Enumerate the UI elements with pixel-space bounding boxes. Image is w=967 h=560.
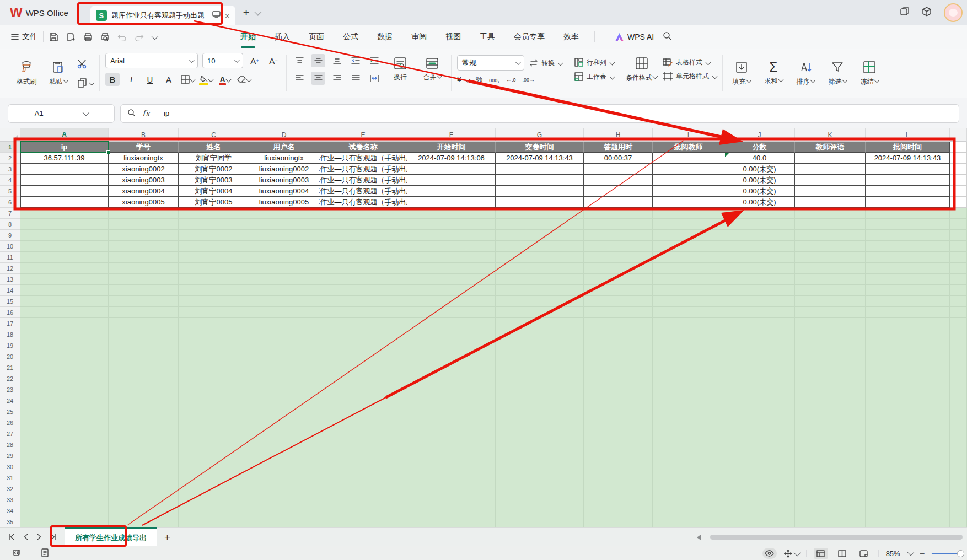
cell-E1[interactable]: 试卷名称 (319, 142, 407, 153)
cell-I2[interactable] (653, 153, 724, 164)
tab-list-chevron-icon[interactable] (255, 8, 260, 18)
row-header-17[interactable]: 17 (0, 318, 20, 329)
row-header-18[interactable]: 18 (0, 329, 20, 340)
worksheet-button[interactable]: 工作表 (574, 72, 614, 82)
cell-J35[interactable] (724, 516, 795, 527)
cell-B16[interactable] (109, 307, 179, 318)
cell-D24[interactable] (249, 395, 319, 406)
cell-B8[interactable] (109, 219, 179, 230)
paste-button[interactable]: 粘贴 (45, 52, 72, 94)
cell-H24[interactable] (584, 395, 653, 406)
cell-M14[interactable] (950, 285, 967, 296)
cell-C8[interactable] (179, 219, 249, 230)
decrease-decimal-button[interactable]: ←.0 (506, 77, 516, 83)
clear-format-button[interactable] (237, 73, 251, 86)
cell-J22[interactable] (724, 373, 795, 384)
cell-D21[interactable] (249, 362, 319, 373)
cell-A26[interactable] (20, 417, 109, 428)
cell-J28[interactable] (724, 439, 795, 450)
cell-G34[interactable] (496, 505, 584, 516)
italic-button[interactable]: I (124, 73, 138, 86)
sheet-tab-active[interactable]: 所有学生作业成绩导出 (65, 527, 157, 547)
cell-E10[interactable] (319, 241, 407, 252)
cell-J3[interactable]: 0.00(未交) (724, 164, 795, 175)
name-box[interactable]: A1 (8, 104, 115, 123)
zoom-slider[interactable] (932, 553, 963, 554)
cell-G1[interactable]: 交卷时间 (496, 142, 584, 153)
cell-G31[interactable] (496, 472, 584, 483)
cell-E26[interactable] (319, 417, 407, 428)
cell-A32[interactable] (20, 483, 109, 494)
cell-L25[interactable] (866, 406, 950, 417)
cell-I11[interactable] (653, 252, 724, 263)
align-top-button[interactable] (292, 54, 307, 67)
cell-J29[interactable] (724, 450, 795, 461)
cell-M3[interactable] (950, 164, 967, 175)
cell-M23[interactable] (950, 384, 967, 395)
cell-B12[interactable] (109, 263, 179, 274)
cell-M9[interactable] (950, 230, 967, 241)
cell-K8[interactable] (795, 219, 866, 230)
cell-B19[interactable] (109, 340, 179, 351)
cell-E29[interactable] (319, 450, 407, 461)
cell-J34[interactable] (724, 505, 795, 516)
cell-H34[interactable] (584, 505, 653, 516)
cell-L18[interactable] (866, 329, 950, 340)
cell-L10[interactable] (866, 241, 950, 252)
cell-H10[interactable] (584, 241, 653, 252)
cell-I13[interactable] (653, 274, 724, 285)
cell-E3[interactable]: 题库作业—只有客观题（手动出题） (319, 164, 407, 175)
row-header-9[interactable]: 9 (0, 230, 20, 241)
cell-L11[interactable] (866, 252, 950, 263)
cell-E11[interactable] (319, 252, 407, 263)
row-header-21[interactable]: 21 (0, 362, 20, 373)
convert-button[interactable]: 转换 (529, 58, 562, 68)
cell-E15[interactable] (319, 296, 407, 307)
cell-D18[interactable] (249, 329, 319, 340)
cell-F20[interactable] (407, 351, 496, 362)
zoom-chevron-icon[interactable] (907, 550, 912, 557)
cell-B34[interactable] (109, 505, 179, 516)
cell-B11[interactable] (109, 252, 179, 263)
bold-button[interactable]: B (105, 73, 120, 86)
app-center-cube-icon[interactable] (922, 7, 932, 19)
column-header-I[interactable]: I (653, 128, 724, 142)
cell-L19[interactable] (866, 340, 950, 351)
sum-button[interactable]: Σ 求和 (760, 52, 787, 94)
cell-E21[interactable] (319, 362, 407, 373)
cell-G24[interactable] (496, 395, 584, 406)
cell-K29[interactable] (795, 450, 866, 461)
cell-F18[interactable] (407, 329, 496, 340)
cell-C10[interactable] (179, 241, 249, 252)
cell-L28[interactable] (866, 439, 950, 450)
name-box-chevron-icon[interactable] (83, 109, 90, 116)
cell-I19[interactable] (653, 340, 724, 351)
column-header-C[interactable]: C (179, 128, 249, 142)
cell-G10[interactable] (496, 241, 584, 252)
cell-D2[interactable]: liuxiaoningtx (249, 153, 319, 164)
column-header-H[interactable]: H (584, 128, 653, 142)
column-header-L[interactable]: L (866, 128, 950, 142)
row-header-20[interactable]: 20 (0, 351, 20, 362)
cell-E34[interactable] (319, 505, 407, 516)
cell-H17[interactable] (584, 318, 653, 329)
cell-M30[interactable] (950, 461, 967, 472)
cell-D12[interactable] (249, 263, 319, 274)
cell-E18[interactable] (319, 329, 407, 340)
cell-B32[interactable] (109, 483, 179, 494)
cell-G33[interactable] (496, 494, 584, 505)
menu-tab-3[interactable]: 公式 (342, 30, 359, 44)
zoom-formula-icon[interactable] (127, 109, 136, 119)
cell-I24[interactable] (653, 395, 724, 406)
cell-F33[interactable] (407, 494, 496, 505)
column-header-A[interactable]: A (20, 128, 109, 142)
cell-H22[interactable] (584, 373, 653, 384)
format-painter-button[interactable]: 格式刷 (13, 52, 40, 94)
cell-K5[interactable] (795, 186, 866, 197)
row-header-30[interactable]: 30 (0, 461, 20, 472)
cell-A16[interactable] (20, 307, 109, 318)
cell-M24[interactable] (950, 395, 967, 406)
cell-E14[interactable] (319, 285, 407, 296)
cell-L21[interactable] (866, 362, 950, 373)
percent-format-button[interactable]: % (476, 75, 482, 84)
